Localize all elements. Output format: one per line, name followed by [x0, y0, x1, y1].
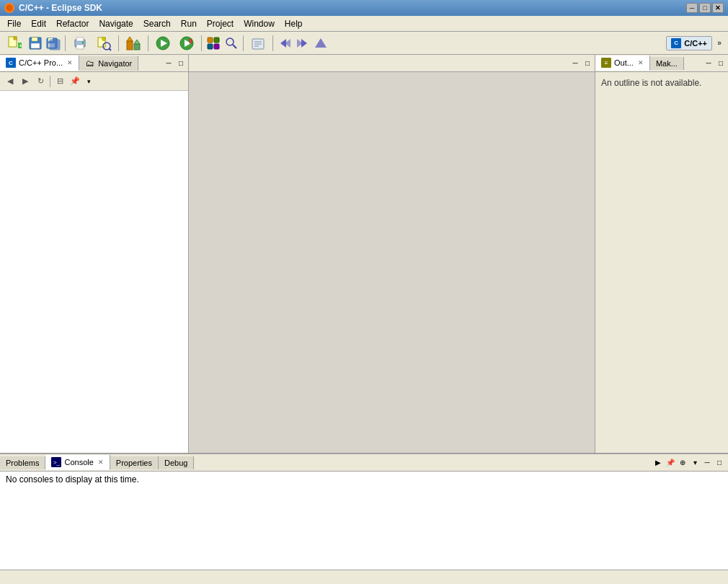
panel-view-menu[interactable]: ▾ — [83, 74, 94, 89]
svg-rect-29 — [208, 37, 213, 43]
perspective-label: C/C++ — [684, 39, 707, 48]
center-editor-area[interactable] — [189, 72, 595, 453]
title-bar: C/C++ - Eclipse SDK ─ □ ✕ — [0, 0, 728, 16]
tab-cpp-projects[interactable]: C C/C++ Pro... ✕ — [0, 56, 79, 71]
svg-line-34 — [233, 45, 236, 48]
back-nav-button[interactable]: ◀ — [3, 74, 17, 89]
center-panel-minimize[interactable]: ─ — [569, 58, 581, 69]
center-panel-maximize[interactable]: □ — [582, 58, 593, 69]
svg-marker-23 — [134, 40, 140, 44]
menu-navigate[interactable]: Navigate — [94, 17, 137, 30]
search-button[interactable] — [223, 35, 240, 52]
svg-point-15 — [82, 41, 84, 43]
left-panel-maximize[interactable]: □ — [175, 58, 187, 69]
svg-rect-31 — [208, 44, 213, 49]
console-message: No consoles to display at this time. — [6, 474, 139, 485]
left-panel-minimize[interactable]: ─ — [163, 58, 174, 69]
save-button[interactable] — [27, 35, 44, 52]
center-tab-bar: ─ □ — [189, 55, 595, 72]
open-resource-button[interactable] — [247, 35, 270, 52]
menu-run[interactable]: Run — [177, 17, 201, 30]
collapse-all-button[interactable]: ⊟ — [53, 74, 67, 89]
toolbar-separator-2 — [118, 35, 119, 51]
console-tab-close[interactable]: ✕ — [98, 459, 104, 466]
console-open-console-button[interactable]: ▶ — [652, 457, 664, 469]
console-content: No consoles to display at this time. — [0, 472, 728, 570]
svg-rect-22 — [134, 44, 140, 50]
open-perspective-button[interactable] — [205, 35, 222, 52]
print-button[interactable] — [68, 35, 92, 52]
tab-outline[interactable]: ≡ Out... ✕ — [595, 56, 650, 71]
build-button[interactable] — [122, 35, 145, 52]
right-panel-maximize[interactable]: □ — [715, 58, 727, 69]
bottom-panel-minimize[interactable]: ─ — [701, 457, 713, 469]
save-all-button[interactable] — [45, 35, 62, 52]
run-button[interactable] — [151, 35, 174, 52]
refresh-nav-button[interactable]: ↻ — [33, 74, 48, 89]
new-button[interactable]: + — [3, 35, 26, 52]
tab-debug[interactable]: Debug — [159, 456, 194, 469]
perspective-cpp-button[interactable]: C C/C++ — [666, 36, 712, 50]
run-last-button[interactable] — [175, 35, 198, 52]
tab-console[interactable]: >_ Console ✕ — [45, 455, 110, 470]
outline-tab-icon: ≡ — [601, 58, 611, 68]
navigate-home-button[interactable] — [312, 35, 329, 52]
outline-tab-label: Out... — [614, 58, 634, 67]
debug-tab-label: Debug — [164, 459, 187, 467]
tab-navigator[interactable]: 🗂 Navigator — [79, 56, 138, 71]
navigator-tab-label: Navigator — [98, 59, 132, 68]
left-panel-toolbar: ◀ ▶ ↻ ⊟ 📌 ▾ — [0, 72, 188, 91]
main-toolbar: + C — [0, 32, 728, 55]
forward-nav-button[interactable]: ▶ — [18, 74, 32, 89]
window-controls: ─ □ ✕ — [686, 3, 724, 13]
link-editor-button[interactable]: 📌 — [68, 74, 82, 89]
svg-rect-13 — [76, 37, 84, 41]
toolbar-separator-6 — [272, 35, 273, 51]
tab-make[interactable]: Mak... — [650, 57, 684, 70]
app-icon — [4, 3, 14, 13]
forward-button[interactable] — [294, 35, 311, 52]
cpp-projects-tab-close[interactable]: ✕ — [67, 59, 73, 66]
back-button[interactable] — [276, 35, 293, 52]
bottom-tab-bar: Problems >_ Console ✕ Properties Debug ▶… — [0, 454, 728, 472]
make-tab-label: Mak... — [656, 59, 678, 68]
console-tab-label: Console — [64, 458, 93, 466]
main-area: C C/C++ Pro... ✕ 🗂 Navigator ─ □ ◀ — [0, 55, 728, 570]
right-panel-controls: ─ □ — [703, 58, 728, 69]
outline-tab-close[interactable]: ✕ — [638, 59, 644, 66]
panel-toolbar-sep — [50, 76, 50, 87]
console-view-menu[interactable]: ▾ — [689, 457, 701, 469]
menu-bar: File Edit Refactor Navigate Search Run P… — [0, 16, 728, 32]
menu-file[interactable]: File — [3, 17, 25, 30]
toolbar-more-button[interactable]: » — [714, 35, 725, 52]
close-button[interactable]: ✕ — [712, 3, 724, 13]
outline-content: An outline is not available. — [595, 72, 728, 453]
svg-rect-11 — [50, 40, 60, 50]
menu-refactor[interactable]: Refactor — [52, 17, 93, 30]
svg-rect-14 — [76, 45, 84, 49]
console-new-console-button[interactable]: ⊕ — [677, 457, 688, 469]
open-type-button[interactable] — [92, 35, 115, 52]
svg-text:+: + — [19, 43, 22, 48]
toolbar-separator-4 — [201, 35, 202, 51]
cpp-projects-tab-label: C/C++ Pro... — [19, 58, 63, 67]
menu-search[interactable]: Search — [139, 17, 175, 30]
right-panel: ≡ Out... ✕ Mak... ─ □ An outline is not … — [595, 55, 728, 453]
minimize-button[interactable]: ─ — [686, 3, 698, 13]
console-pin-button[interactable]: 📌 — [665, 457, 676, 469]
bottom-panel: Problems >_ Console ✕ Properties Debug ▶… — [0, 453, 728, 570]
bottom-panel-maximize[interactable]: □ — [714, 457, 725, 469]
right-panel-minimize[interactable]: ─ — [703, 58, 714, 69]
menu-help[interactable]: Help — [280, 17, 307, 30]
svg-marker-17 — [102, 37, 105, 40]
menu-window[interactable]: Window — [239, 17, 279, 30]
menu-project[interactable]: Project — [203, 17, 238, 30]
menu-edit[interactable]: Edit — [27, 17, 50, 30]
navigator-tab-icon: 🗂 — [85, 58, 95, 68]
right-panel-tab-bar: ≡ Out... ✕ Mak... ─ □ — [595, 55, 728, 72]
tab-problems[interactable]: Problems — [0, 456, 45, 469]
svg-point-33 — [226, 38, 234, 45]
tab-properties[interactable]: Properties — [110, 456, 159, 469]
svg-rect-6 — [32, 37, 37, 41]
maximize-button[interactable]: □ — [699, 3, 711, 13]
